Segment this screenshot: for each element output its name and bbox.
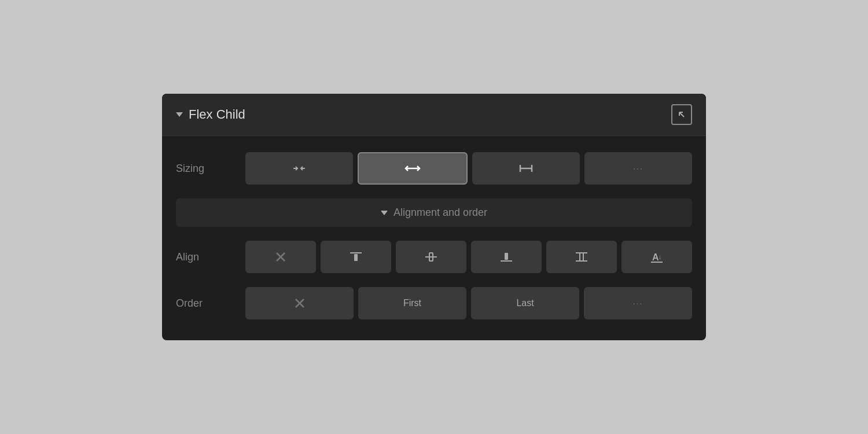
order-last-label: Last bbox=[516, 298, 534, 308]
order-label: Order bbox=[176, 297, 245, 310]
order-none-button[interactable] bbox=[245, 287, 354, 319]
panel-header: Flex Child bbox=[162, 94, 706, 136]
order-first-button[interactable]: First bbox=[358, 287, 466, 319]
align-bottom-button[interactable] bbox=[471, 241, 542, 273]
align-center-button[interactable] bbox=[396, 241, 466, 273]
flex-child-panel: Flex Child Sizing bbox=[162, 94, 706, 340]
sizing-shrink-button[interactable] bbox=[245, 152, 353, 185]
align-top-button[interactable] bbox=[321, 241, 391, 273]
order-more-dots: ··· bbox=[633, 299, 643, 308]
collapse-icon[interactable] bbox=[176, 112, 183, 117]
order-last-button[interactable]: Last bbox=[471, 287, 579, 319]
alignment-label: Alignment and order bbox=[393, 207, 487, 219]
order-more-button[interactable]: ··· bbox=[584, 287, 692, 319]
svg-rect-16 bbox=[580, 253, 583, 261]
panel-body: Sizing bbox=[162, 136, 706, 340]
order-row: Order First Last bbox=[176, 287, 692, 319]
sizing-row: Sizing bbox=[176, 152, 692, 185]
sizing-btn-group: ··· bbox=[245, 152, 692, 185]
sizing-fixed-button[interactable] bbox=[472, 152, 580, 185]
align-baseline-button[interactable]: A ↓ bbox=[621, 241, 692, 273]
align-row: Align bbox=[176, 241, 692, 273]
align-none-button[interactable] bbox=[245, 241, 316, 273]
svg-rect-9 bbox=[354, 254, 358, 261]
align-btn-group: A ↓ bbox=[245, 241, 692, 273]
sizing-more-dots: ··· bbox=[633, 164, 643, 173]
svg-rect-13 bbox=[505, 253, 508, 260]
sizing-grow-button[interactable] bbox=[358, 152, 468, 185]
sizing-more-button[interactable]: ··· bbox=[584, 152, 692, 185]
order-btn-group: First Last ··· bbox=[245, 287, 692, 319]
sizing-label: Sizing bbox=[176, 163, 245, 175]
corner-button[interactable] bbox=[671, 104, 692, 125]
panel-title: Flex Child bbox=[189, 107, 245, 122]
align-stretch-button[interactable] bbox=[546, 241, 617, 273]
order-first-label: First bbox=[403, 298, 421, 308]
title-group: Flex Child bbox=[176, 107, 245, 122]
alignment-chevron bbox=[381, 211, 388, 215]
align-label: Align bbox=[176, 251, 245, 263]
svg-text:↓: ↓ bbox=[659, 254, 661, 260]
alignment-section[interactable]: Alignment and order bbox=[176, 198, 692, 227]
